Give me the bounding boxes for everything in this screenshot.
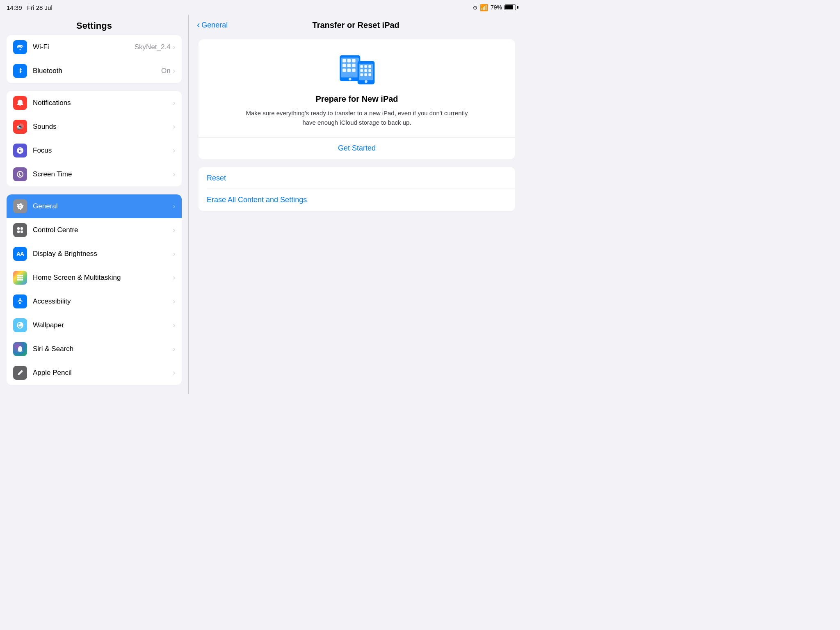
- sidebar-item-wallpaper[interactable]: Wallpaper ›: [7, 313, 182, 337]
- status-indicators: ⊙ 📶 79%: [473, 4, 518, 11]
- sidebar-item-wifi[interactable]: Wi-Fi SkyNet_2.4 ›: [7, 35, 182, 59]
- sidebar-item-applepencil[interactable]: Apple Pencil ›: [7, 361, 182, 385]
- svg-rect-12: [17, 279, 19, 281]
- get-started-button[interactable]: Get Started: [199, 137, 515, 159]
- displaybrightness-icon: AA: [13, 247, 27, 261]
- svg-point-1: [19, 205, 21, 207]
- svg-point-15: [19, 298, 21, 300]
- sidebar-item-controlcentre[interactable]: Control Centre ›: [7, 218, 182, 242]
- svg-text:🔊: 🔊: [17, 123, 24, 130]
- wifi-value: SkyNet_2.4: [135, 43, 171, 51]
- wifi-icon: [13, 40, 27, 54]
- erase-all-button[interactable]: Erase All Content and Settings: [199, 189, 515, 211]
- sidebar-item-screentime[interactable]: Screen Time ›: [7, 162, 182, 186]
- applepencil-label: Apple Pencil: [33, 369, 173, 377]
- svg-rect-37: [364, 69, 367, 72]
- svg-rect-4: [17, 231, 20, 233]
- battery-percent: 79%: [491, 4, 502, 11]
- svg-rect-23: [352, 59, 355, 62]
- svg-rect-36: [360, 69, 363, 72]
- chevron-icon: ›: [173, 203, 175, 210]
- svg-rect-33: [360, 65, 363, 68]
- focus-icon: [13, 144, 27, 158]
- homescreen-label: Home Screen & Multitasking: [33, 274, 173, 282]
- wallpaper-icon: [13, 318, 27, 332]
- nav-bar: ‹ General Transfer or Reset iPad: [189, 15, 525, 35]
- svg-rect-3: [21, 227, 23, 230]
- svg-rect-24: [342, 64, 346, 67]
- svg-rect-25: [347, 64, 351, 67]
- svg-rect-11: [21, 277, 23, 278]
- svg-rect-7: [19, 275, 21, 276]
- right-panel: ‹ General Transfer or Reset iPad: [189, 15, 525, 394]
- content-area: Prepare for New iPad Make sure everythin…: [189, 35, 525, 394]
- sidebar[interactable]: Settings Wi-Fi SkyNet_2.4 › Bl: [0, 15, 189, 394]
- settings-group-connectivity: Wi-Fi SkyNet_2.4 › Bluetooth On ›: [7, 35, 182, 83]
- accessibility-label: Accessibility: [33, 297, 173, 306]
- general-label: General: [33, 202, 173, 210]
- sidebar-item-sirisearch[interactable]: Siri & Search ›: [7, 337, 182, 361]
- prepare-icon-area: [336, 52, 377, 87]
- controlcentre-icon: [13, 223, 27, 237]
- svg-rect-8: [21, 275, 23, 276]
- homescreen-icon: [13, 271, 27, 285]
- accessibility-icon: [13, 294, 27, 308]
- svg-rect-27: [342, 68, 346, 72]
- svg-rect-10: [19, 277, 21, 278]
- svg-rect-29: [352, 68, 355, 72]
- notifications-label: Notifications: [33, 99, 173, 107]
- back-button[interactable]: ‹ General: [197, 20, 228, 30]
- svg-rect-35: [368, 65, 371, 68]
- chevron-icon: ›: [173, 322, 175, 329]
- chevron-icon: ›: [173, 298, 175, 305]
- prepare-title: Prepare for New iPad: [315, 94, 398, 104]
- displaybrightness-label: Display & Brightness: [33, 250, 173, 258]
- sidebar-item-notifications[interactable]: Notifications ›: [7, 91, 182, 115]
- chevron-icon: ›: [173, 369, 175, 377]
- back-label[interactable]: General: [201, 21, 228, 30]
- page-title: Transfer or Reset iPad: [228, 21, 484, 30]
- main-layout: Settings Wi-Fi SkyNet_2.4 › Bl: [0, 15, 525, 394]
- svg-point-42: [365, 80, 368, 83]
- sidebar-item-accessibility[interactable]: Accessibility ›: [7, 290, 182, 313]
- general-icon: [13, 199, 27, 213]
- svg-rect-40: [364, 73, 367, 76]
- bottom-actions-card: Reset Erase All Content and Settings: [199, 167, 515, 211]
- bluetooth-icon: [13, 64, 27, 78]
- sidebar-item-homescreen[interactable]: Home Screen & Multitasking ›: [7, 266, 182, 290]
- transfer-icon: [336, 52, 377, 85]
- prepare-card-body: Prepare for New iPad Make sure everythin…: [199, 39, 515, 137]
- sidebar-title: Settings: [0, 15, 188, 35]
- sidebar-item-focus[interactable]: Focus ›: [7, 139, 182, 162]
- sidebar-item-general[interactable]: General ›: [7, 194, 182, 218]
- chevron-icon: ›: [173, 274, 175, 281]
- chevron-icon: ›: [173, 226, 175, 234]
- status-time: 14:39: [7, 4, 22, 11]
- wifi-label: Wi-Fi: [33, 43, 135, 51]
- screentime-icon: [13, 167, 27, 181]
- svg-rect-13: [19, 279, 21, 281]
- svg-rect-14: [21, 279, 23, 281]
- svg-rect-28: [347, 68, 351, 72]
- svg-rect-22: [347, 59, 351, 62]
- settings-group-general: General › Control Centre › AA Display &: [7, 194, 182, 385]
- chevron-icon: ›: [173, 123, 175, 130]
- chevron-icon: ›: [173, 67, 175, 75]
- prepare-desc: Make sure everything's ready to transfer…: [242, 109, 472, 127]
- back-chevron-icon: ‹: [197, 20, 200, 30]
- reset-button[interactable]: Reset: [199, 167, 515, 189]
- chevron-icon: ›: [173, 99, 175, 107]
- sidebar-item-displaybrightness[interactable]: AA Display & Brightness ›: [7, 242, 182, 266]
- chevron-icon: ›: [173, 171, 175, 178]
- svg-rect-6: [17, 275, 19, 276]
- status-time-date: 14:39 Fri 28 Jul: [7, 4, 52, 11]
- screentime-label: Screen Time: [33, 170, 173, 178]
- settings-group-notifications: Notifications › 🔊 Sounds ›: [7, 91, 182, 186]
- chevron-icon: ›: [173, 345, 175, 353]
- svg-rect-39: [360, 73, 363, 76]
- sidebar-item-bluetooth[interactable]: Bluetooth On ›: [7, 59, 182, 83]
- sidebar-item-sounds[interactable]: 🔊 Sounds ›: [7, 115, 182, 139]
- svg-rect-5: [21, 231, 23, 233]
- applepencil-icon: [13, 366, 27, 380]
- battery-icon: [504, 5, 518, 10]
